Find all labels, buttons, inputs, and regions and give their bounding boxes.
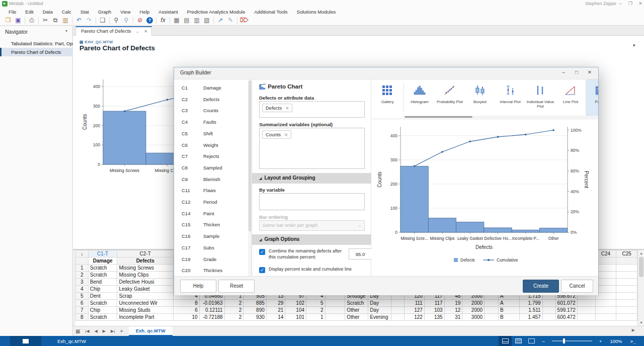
command-line-icon[interactable]: >_ [630,338,636,344]
cell[interactable] [325,307,345,314]
cell[interactable] [542,300,555,307]
defects-field[interactable]: Defects✕ [259,101,365,118]
bar-ordering-dropdown[interactable]: Same bar order per graph⌄ [259,220,365,231]
minimize-button[interactable]: – [617,1,624,7]
cell[interactable] [391,314,405,321]
close-button[interactable]: ✕ [637,1,644,7]
cell[interactable]: 885 [244,300,267,307]
gallery-item-interval-plot[interactable]: Interval Plot [495,79,525,116]
menu-edit[interactable]: Edit [21,9,38,15]
cell[interactable]: Leaky Gasket [117,286,173,293]
column-item-c19[interactable]: C19Grade [174,254,249,266]
cell[interactable]: 102 [285,300,306,307]
column-item-c5[interactable]: C5Shift [174,128,249,140]
zoom-in-icon[interactable]: + [599,338,602,344]
column-item-c16[interactable]: C16Sample [174,231,249,242]
column-item-c6[interactable]: C6Weight [174,140,249,151]
eraser-icon[interactable]: ⌦ [239,16,249,25]
cell[interactable]: Scratch [345,300,368,307]
open-file-icon[interactable]: ❐ [3,16,13,25]
gallery-item-probability-plot[interactable]: Probability Plot [435,79,465,116]
column-item-c4[interactable]: C4Faults [174,117,249,128]
cell[interactable]: 2 [224,300,244,307]
cell[interactable]: 29 [266,300,285,307]
cell[interactable]: 2000 [462,307,485,314]
column-name-cell[interactable]: Defects [117,257,173,265]
cut-icon[interactable]: ✂ [40,16,50,25]
single-pane-icon[interactable] [525,336,538,346]
cell[interactable] [485,307,499,314]
menu-file[interactable]: File [4,9,21,15]
undo-icon[interactable]: ↶ [74,16,84,25]
next-worksheet-icon[interactable]: ▶ [100,329,108,333]
dialog-close-icon[interactable]: ✕ [585,69,594,75]
menu-view[interactable]: View [116,9,135,15]
annotate-icon[interactable]: ✎ [225,16,235,25]
worksheet-list-icon[interactable]: ▦ [73,328,83,334]
cell[interactable] [542,307,555,314]
cell[interactable]: 2 [224,314,244,321]
column-item-c20[interactable]: C20Thicknes [174,265,249,276]
add-worksheet-icon[interactable]: + [117,328,125,334]
help-icon[interactable]: ? [146,17,153,24]
cell[interactable]: 31 [444,314,462,321]
gallery-item-individual-value-plot[interactable]: Individual Value Plot [525,79,555,116]
gallery-scrollbar[interactable] [405,116,598,118]
cell[interactable] [542,314,555,321]
cell[interactable]: 1.799 [519,300,542,307]
cell[interactable] [485,300,499,307]
column-header-c1-t[interactable]: C1-T [88,250,117,257]
active-worksheet-indicator[interactable] [10,336,41,346]
cell[interactable] [595,307,616,314]
row-number[interactable]: 2 [76,272,89,279]
cell[interactable]: A [499,300,520,307]
cell[interactable]: Scratch [88,300,117,307]
section-graph-options[interactable]: ◢Graph Options [252,234,371,245]
column-item-c3[interactable]: C3Counts [174,105,249,117]
gallery-item-line-plot[interactable]: Line Plot [555,79,586,116]
cell[interactable] [616,279,637,286]
cell[interactable]: 19 [444,300,462,307]
cell[interactable]: -0.01963 [199,300,224,307]
cell[interactable]: 122 [405,314,425,321]
cell[interactable]: 1 [306,314,326,321]
cell[interactable]: Scratch [88,314,117,321]
cell[interactable] [595,314,616,321]
column-item-c9[interactable]: C9Blemish [174,174,249,186]
cell[interactable] [616,265,637,272]
cell[interactable]: B [499,314,520,321]
print-icon[interactable]: ⎙ [27,16,37,25]
last-worksheet-icon[interactable]: ▶| [108,329,117,333]
cell[interactable]: -0.72188 [199,314,224,321]
combine-defects-checkbox[interactable]: ✓ [259,249,265,255]
cell[interactable]: 600.472 [555,314,577,321]
summarized-field[interactable]: Counts✕ [259,128,365,169]
column-item-c7[interactable]: C7Rejects [174,151,249,162]
navigator-caret-icon[interactable]: ▾ [65,29,67,33]
find-icon[interactable]: ⚲ [111,16,121,25]
cell[interactable]: 890 [244,307,267,314]
paste-icon[interactable]: ▥ [60,16,70,25]
column-item-c8[interactable]: C8Sampled [174,162,249,174]
cell[interactable]: 111 [405,300,425,307]
cell[interactable]: Other [345,307,368,314]
dialog-maximize-icon[interactable]: □ [572,69,581,75]
cell[interactable]: 5 [306,300,326,307]
restore-button[interactable]: ❐ [627,1,634,7]
cell[interactable]: Dent [88,293,117,300]
insert-rows-icon[interactable]: ▤ [182,16,192,25]
cell[interactable]: 12 [444,307,462,314]
column-header-c2-t[interactable]: C2-T [117,250,173,257]
cell[interactable] [391,307,405,314]
cell[interactable]: Chip [88,286,117,293]
menu-solutions-modules[interactable]: Solutions Modules [292,9,341,15]
zoom-level[interactable]: 100% [610,338,622,344]
menu-stat[interactable]: Stat [76,9,94,15]
cell[interactable]: 2 [224,307,244,314]
create-button[interactable]: Create [523,280,559,293]
dialog-title-bar[interactable]: Graph Builder – □ ✕ [174,67,598,79]
column-item-c2[interactable]: C2Defects [174,94,249,106]
cell[interactable] [391,300,405,307]
chip-remove-icon[interactable]: ✕ [285,106,289,111]
cell[interactable]: Other [345,314,368,321]
